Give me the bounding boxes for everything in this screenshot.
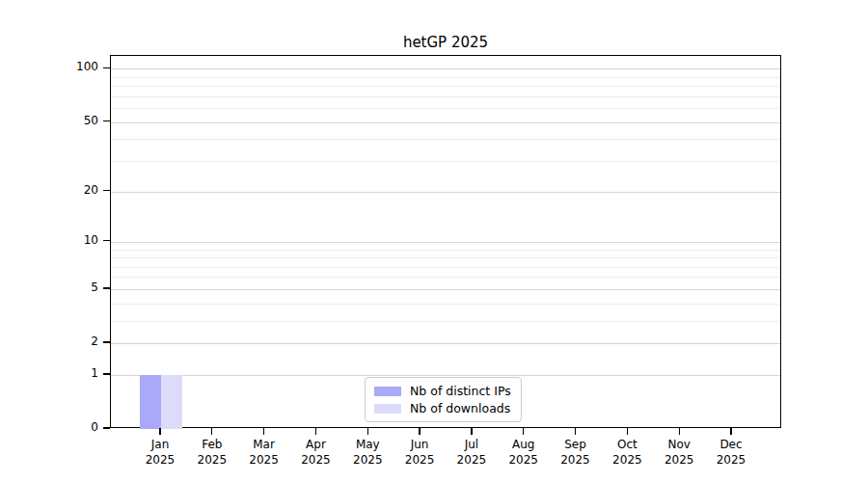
y-tick-mark-0	[103, 427, 110, 428]
y-tick-label-0: 0	[60, 420, 98, 434]
x-tick-mark-mar	[263, 428, 264, 435]
y-tick-mark-2	[103, 341, 110, 342]
x-tick-label-year: 2025	[339, 452, 396, 468]
bar-nb-of-distinct-ips-jan	[140, 375, 161, 429]
x-tick-mark-may	[367, 428, 368, 435]
x-tick-label-aug: Aug2025	[495, 437, 553, 468]
x-tick-label-dec: Dec2025	[702, 437, 760, 468]
y-tick-label-5: 5	[60, 281, 98, 294]
minor-gridline	[111, 304, 780, 305]
x-tick-mark-jan	[159, 428, 160, 435]
x-tick-label-year: 2025	[598, 452, 656, 468]
y-tick-mark-5	[103, 287, 110, 288]
legend: Nb of distinct IPs Nb of downloads	[365, 377, 522, 422]
y-tick-label-1: 1	[60, 366, 98, 380]
minor-gridline	[111, 257, 780, 258]
x-tick-label-year: 2025	[235, 452, 293, 468]
x-tick-label-oct: Oct2025	[598, 437, 656, 468]
chart-title: hetGP 2025	[110, 34, 781, 51]
y-tick-mark-100	[103, 67, 110, 68]
x-tick-label-year: 2025	[443, 452, 501, 468]
bar-nb-of-downloads-jan	[161, 375, 182, 429]
x-tick-mark-feb	[211, 428, 212, 435]
minor-gridline	[111, 267, 780, 268]
major-gridline-20	[111, 192, 780, 193]
x-tick-mark-apr	[315, 428, 316, 435]
x-tick-label-apr: Apr2025	[287, 437, 345, 468]
y-tick-mark-1	[103, 373, 110, 374]
minor-gridline	[111, 77, 780, 78]
x-tick-mark-oct	[627, 428, 628, 435]
minor-gridline	[111, 161, 780, 162]
y-tick-mark-50	[103, 120, 110, 121]
x-tick-label-year: 2025	[131, 452, 189, 468]
x-tick-label-may: May2025	[339, 437, 396, 468]
y-tick-label-10: 10	[60, 233, 98, 247]
major-gridline-1	[111, 375, 780, 376]
x-tick-mark-nov	[679, 428, 680, 435]
y-tick-label-2: 2	[60, 335, 98, 348]
y-tick-label-50: 50	[60, 114, 98, 127]
x-tick-label-nov: Nov2025	[650, 437, 708, 468]
minor-gridline	[111, 277, 780, 278]
x-tick-mark-dec	[730, 428, 731, 435]
legend-label-distinct-ips: Nb of distinct IPs	[410, 384, 511, 398]
x-tick-label-year: 2025	[495, 452, 553, 468]
x-tick-label-year: 2025	[183, 452, 241, 468]
x-tick-label-jan: Jan2025	[131, 437, 189, 468]
y-tick-label-20: 20	[60, 183, 98, 197]
distinct-ips-swatch	[374, 387, 401, 396]
x-tick-label-mar: Mar2025	[235, 437, 293, 468]
minor-gridline	[111, 108, 780, 109]
minor-gridline	[111, 86, 780, 87]
legend-label-downloads: Nb of downloads	[410, 401, 510, 415]
major-gridline-50	[111, 122, 780, 123]
x-tick-mark-jun	[419, 428, 420, 435]
major-gridline-2	[111, 343, 780, 344]
major-gridline-100	[111, 68, 780, 69]
x-tick-label-sep: Sep2025	[547, 437, 605, 468]
x-tick-label-year: 2025	[287, 452, 345, 468]
x-tick-mark-jul	[471, 428, 472, 435]
downloads-swatch	[374, 404, 401, 414]
legend-row-downloads: Nb of downloads	[374, 401, 511, 415]
x-tick-label-year: 2025	[391, 452, 448, 468]
minor-gridline	[111, 250, 780, 251]
figure: hetGP 2025 Nb of distinct IPs Nb of down…	[0, 0, 868, 482]
y-tick-mark-20	[103, 190, 110, 191]
minor-gridline	[111, 321, 780, 322]
major-gridline-10	[111, 242, 780, 243]
x-tick-mark-aug	[523, 428, 524, 435]
y-tick-mark-10	[103, 240, 110, 241]
major-gridline-5	[111, 289, 780, 290]
minor-gridline	[111, 139, 780, 140]
legend-row-distinct-ips: Nb of distinct IPs	[374, 384, 511, 398]
x-tick-label-year: 2025	[702, 452, 760, 468]
x-tick-label-jul: Jul2025	[443, 437, 501, 468]
x-tick-label-year: 2025	[650, 452, 708, 468]
x-tick-label-year: 2025	[547, 452, 605, 468]
x-tick-label-feb: Feb2025	[183, 437, 241, 468]
minor-gridline	[111, 96, 780, 97]
x-tick-mark-sep	[575, 428, 576, 435]
plot-area: Nb of distinct IPs Nb of downloads	[110, 55, 781, 428]
y-tick-label-100: 100	[60, 60, 98, 73]
x-tick-label-jun: Jun2025	[391, 437, 448, 468]
